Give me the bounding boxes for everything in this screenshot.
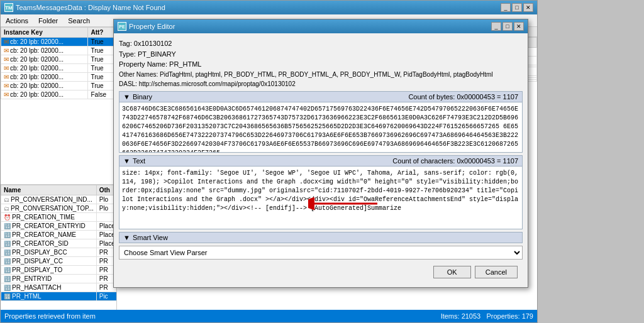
- ok-button[interactable]: OK: [433, 266, 471, 278]
- menu-search[interactable]: Search: [65, 16, 92, 25]
- instance-key-header: Instance Key: [1, 28, 88, 38]
- property-row[interactable]: 🔢PR_HASATTACHPR: [1, 283, 117, 292]
- status-counts: Items: 21053 Properties: 179: [441, 312, 533, 320]
- att-header: Att?: [88, 28, 116, 38]
- property-row[interactable]: 🔢PR_DISPLAY_TOPR: [1, 266, 117, 275]
- binary-count: Count of bytes: 0x00000453 = 1107: [408, 93, 518, 101]
- binary-section: ▼ Binary Count of bytes: 0x00000453 = 11…: [119, 91, 523, 153]
- smart-view-section: ▼ Smart View Choose Smart View Parser HT…: [119, 232, 523, 260]
- property-row[interactable]: 🔢PR_DISPLAY_BCCPR: [1, 248, 117, 257]
- property-row[interactable]: 🔢PR_CREATOR_NAMEPlace: [1, 231, 117, 239]
- instance-row[interactable]: ✉cb: 20 lpb: 02000... True: [1, 55, 116, 64]
- title-bar-controls: _ □ ✕: [501, 3, 533, 12]
- red-arrow-indicator: [308, 191, 384, 216]
- text-section: ▼ Text Count of characters: 0x00000453 =…: [119, 155, 523, 229]
- type-line: Type: PT_BINARY: [119, 49, 523, 60]
- dialog-close-button[interactable]: ✕: [514, 22, 524, 31]
- property-row[interactable]: 🔢PR_CREATOR_ENTRYIDPlace: [1, 222, 117, 231]
- text-section-header[interactable]: ▼ Text Count of characters: 0x00000453 =…: [119, 155, 523, 167]
- left-panel: Instance Key Att? ✉cb: 20 lpb: 02000... …: [1, 27, 117, 310]
- dialog-buttons: OK Cancel: [119, 262, 523, 282]
- instance-row[interactable]: ✉cb: 20 lpb: 02000... True: [1, 82, 116, 90]
- menu-actions[interactable]: Actions: [3, 16, 31, 25]
- binary-content: 3C68746D6C3E3C686561643E0D0A3C6D65746120…: [119, 102, 523, 153]
- app-icon: TM: [4, 3, 13, 12]
- dialog-restore-button[interactable]: □: [502, 22, 513, 31]
- instance-row[interactable]: ✉cb: 20 lpb: 02000... True: [1, 47, 116, 55]
- property-name-line: Property Name: PR_HTML: [119, 59, 523, 70]
- main-title-bar: TM TeamsMessagesData : Display Name Not …: [1, 1, 537, 14]
- text-label: Text: [133, 157, 145, 165]
- dialog-icon: PE: [118, 22, 126, 31]
- text-count: Count of characters: 0x00000453 = 1107: [392, 157, 518, 165]
- dialog-title-text: Property Editor: [129, 23, 175, 30]
- instance-row[interactable]: ✉cb: 20 lpb: 02000... True: [1, 73, 116, 82]
- instance-table: Instance Key Att? ✉cb: 20 lpb: 02000... …: [1, 27, 116, 184]
- main-window-title: TeamsMessagesData : Display Name Not Fou…: [16, 4, 165, 11]
- property-row[interactable]: 🗂PR_CONVERSATION_IND...Plo: [1, 195, 117, 204]
- binary-collapse-icon: ▼: [123, 93, 130, 101]
- property-list: Name Oth 🗂PR_CONVERSATION_IND...Plo🗂PR_C…: [1, 184, 116, 310]
- dasl-line: DASL: http://schemas.microsoft.com/mapi/…: [119, 79, 523, 89]
- dialog-body: Tag: 0x10130102 Type: PT_BINARY Property…: [114, 33, 528, 287]
- menu-folder[interactable]: Folder: [36, 16, 60, 25]
- property-info: Tag: 0x10130102 Type: PT_BINARY Property…: [119, 38, 523, 89]
- instance-row[interactable]: ✉cb: 20 lpb: 02000... True: [1, 64, 116, 73]
- property-row[interactable]: 🔢PR_DISPLAY_CCPR: [1, 257, 117, 266]
- property-row[interactable]: 🔢PR_HTMLPic: [1, 292, 117, 301]
- prop-name-header: Name: [1, 185, 97, 195]
- binary-label: Binary: [133, 93, 152, 101]
- instance-row[interactable]: ✉cb: 20 lpb: 02000... False: [1, 90, 116, 99]
- instance-row[interactable]: ✉cb: 20 lpb: 02000... True: [1, 38, 116, 47]
- smart-view-collapse-icon: ▼: [123, 234, 130, 241]
- close-button[interactable]: ✕: [523, 3, 533, 12]
- text-collapse-icon: ▼: [123, 157, 130, 165]
- binary-section-header[interactable]: ▼ Binary Count of bytes: 0x00000453 = 11…: [119, 91, 523, 102]
- cancel-button[interactable]: Cancel: [475, 266, 518, 278]
- text-content: size: 14px; font-family: 'Segoe UI', 'Se…: [119, 167, 523, 229]
- property-row[interactable]: 🔢PR_ENTRYIDPR: [1, 275, 117, 283]
- tag-line: Tag: 0x10130102: [119, 38, 523, 49]
- minimize-button[interactable]: _: [501, 3, 511, 12]
- property-row[interactable]: 🔢PR_CREATOR_SIDPlace: [1, 239, 117, 248]
- smart-view-parser-select[interactable]: Choose Smart View Parser HTML Parser Tex…: [119, 246, 523, 260]
- smart-view-header[interactable]: ▼ Smart View: [119, 232, 523, 243]
- property-row[interactable]: 🗂PR_CONVERSATION_TOP...Plo: [1, 204, 117, 213]
- property-editor-dialog: PE Property Editor _ □ ✕ Tag: 0x10130102…: [113, 19, 528, 288]
- status-message: Properties retrieved from item: [4, 312, 96, 320]
- property-row[interactable]: ⏰PR_CREATION_TIME: [1, 213, 117, 222]
- status-bar: Properties retrieved from item Items: 21…: [1, 310, 537, 322]
- other-names-line: Other Names: PidTagHtml, ptagHtml, PR_BO…: [119, 70, 523, 79]
- smart-view-label: Smart View: [133, 234, 168, 241]
- maximize-button[interactable]: □: [512, 3, 522, 12]
- dialog-title-bar: PE Property Editor _ □ ✕: [114, 19, 528, 33]
- dialog-minimize-button[interactable]: _: [491, 22, 501, 31]
